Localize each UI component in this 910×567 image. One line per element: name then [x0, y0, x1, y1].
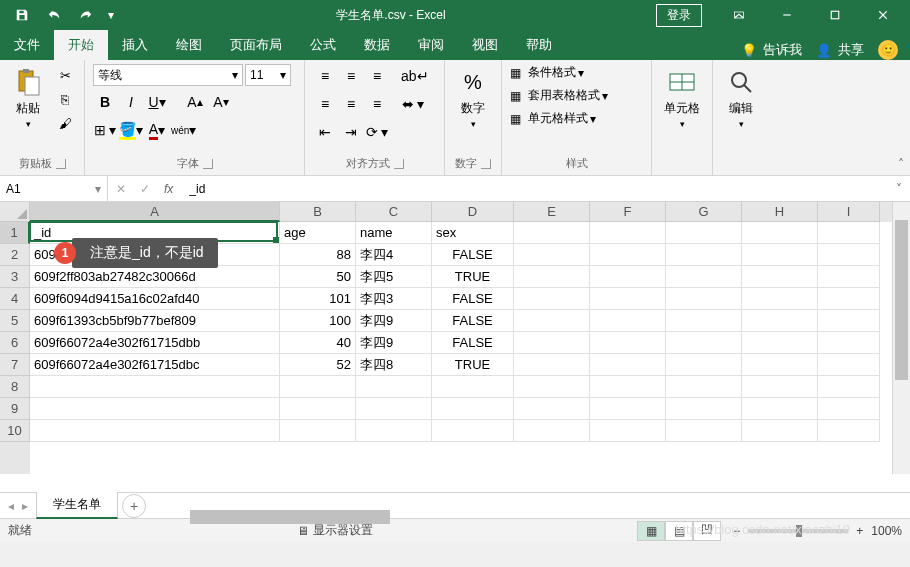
- cell[interactable]: [742, 398, 818, 420]
- align-bottom-button[interactable]: ≡: [365, 64, 389, 88]
- row-header[interactable]: 7: [0, 354, 30, 376]
- zoom-slider[interactable]: [748, 529, 848, 533]
- cell[interactable]: sex: [432, 222, 514, 244]
- format-painter-button[interactable]: 🖌: [54, 112, 76, 134]
- select-all-button[interactable]: [0, 202, 30, 222]
- row-header[interactable]: 1: [0, 222, 30, 244]
- row-header[interactable]: 8: [0, 376, 30, 398]
- cell[interactable]: [666, 376, 742, 398]
- cell[interactable]: 609f66072a4e302f61715dbc: [30, 354, 280, 376]
- cell[interactable]: [666, 266, 742, 288]
- cell[interactable]: [590, 420, 666, 442]
- cell[interactable]: [666, 354, 742, 376]
- bold-button[interactable]: B: [93, 90, 117, 114]
- close-button[interactable]: [860, 0, 906, 30]
- align-top-button[interactable]: ≡: [313, 64, 337, 88]
- column-header[interactable]: H: [742, 202, 818, 222]
- cell[interactable]: [514, 266, 590, 288]
- align-left-button[interactable]: ≡: [313, 92, 337, 116]
- font-launcher[interactable]: [203, 159, 213, 169]
- cell[interactable]: [590, 376, 666, 398]
- tab-formula[interactable]: 公式: [296, 30, 350, 60]
- cell[interactable]: [280, 376, 356, 398]
- table-format-button[interactable]: ▦ 套用表格格式 ▾: [510, 87, 608, 104]
- sheet-tab[interactable]: 学生名单: [36, 492, 118, 519]
- cell[interactable]: [514, 332, 590, 354]
- undo-button[interactable]: [40, 3, 68, 27]
- sheet-nav-next[interactable]: ▸: [22, 499, 28, 513]
- cell[interactable]: [590, 354, 666, 376]
- column-header[interactable]: B: [280, 202, 356, 222]
- cell[interactable]: [666, 310, 742, 332]
- cell[interactable]: [514, 398, 590, 420]
- tab-view[interactable]: 视图: [458, 30, 512, 60]
- cell[interactable]: 609f61393cb5bf9b77bef809: [30, 310, 280, 332]
- cell-styles-button[interactable]: ▦ 单元格样式 ▾: [510, 110, 596, 127]
- cell[interactable]: TRUE: [432, 266, 514, 288]
- cell[interactable]: [742, 376, 818, 398]
- cell[interactable]: [742, 332, 818, 354]
- tab-draw[interactable]: 绘图: [162, 30, 216, 60]
- tell-me-button[interactable]: 💡 告诉我: [741, 41, 802, 59]
- zoom-out-button[interactable]: −: [733, 524, 740, 538]
- ribbon-options-button[interactable]: [716, 0, 762, 30]
- cell[interactable]: FALSE: [432, 310, 514, 332]
- tab-file[interactable]: 文件: [0, 30, 54, 60]
- cell[interactable]: 李四3: [356, 288, 432, 310]
- clipboard-launcher[interactable]: [56, 159, 66, 169]
- cell[interactable]: [742, 222, 818, 244]
- row-header[interactable]: 6: [0, 332, 30, 354]
- cell[interactable]: 50: [280, 266, 356, 288]
- formula-input[interactable]: _id: [181, 182, 888, 196]
- tab-layout[interactable]: 页面布局: [216, 30, 296, 60]
- vertical-scrollbar[interactable]: [892, 202, 910, 474]
- tab-home[interactable]: 开始: [54, 30, 108, 60]
- cancel-formula-button[interactable]: ✕: [116, 182, 126, 196]
- paste-button[interactable]: 粘贴 ▾: [8, 64, 48, 131]
- cell[interactable]: [818, 288, 880, 310]
- font-name-select[interactable]: 等线▾: [93, 64, 243, 86]
- cell[interactable]: 李四9: [356, 310, 432, 332]
- zoom-in-button[interactable]: +: [856, 524, 863, 538]
- cell[interactable]: [514, 222, 590, 244]
- increase-indent-button[interactable]: ⇥: [339, 120, 363, 144]
- border-button[interactable]: ⊞ ▾: [93, 118, 117, 142]
- cell[interactable]: [818, 310, 880, 332]
- cell[interactable]: [818, 222, 880, 244]
- cell[interactable]: [666, 222, 742, 244]
- cell[interactable]: [514, 376, 590, 398]
- expand-formula-button[interactable]: ˅: [888, 182, 910, 196]
- minimize-button[interactable]: [764, 0, 810, 30]
- phonetic-button[interactable]: wén ▾: [171, 118, 196, 142]
- cell[interactable]: [30, 420, 280, 442]
- share-button[interactable]: 👤 共享: [816, 41, 864, 59]
- cell[interactable]: 609f6094d9415a16c02afd40: [30, 288, 280, 310]
- row-header[interactable]: 9: [0, 398, 30, 420]
- align-center-button[interactable]: ≡: [339, 92, 363, 116]
- column-header[interactable]: E: [514, 202, 590, 222]
- sheet-nav-prev[interactable]: ◂: [8, 499, 14, 513]
- cell[interactable]: 100: [280, 310, 356, 332]
- increase-font-button[interactable]: A▴: [183, 90, 207, 114]
- display-settings-button[interactable]: 显示器设置: [313, 522, 373, 539]
- row-header[interactable]: 5: [0, 310, 30, 332]
- cell[interactable]: [818, 332, 880, 354]
- underline-button[interactable]: U ▾: [145, 90, 169, 114]
- decrease-font-button[interactable]: A▾: [209, 90, 233, 114]
- cell[interactable]: [280, 398, 356, 420]
- name-box[interactable]: A1▾: [0, 176, 108, 201]
- column-header[interactable]: A: [30, 202, 280, 222]
- cell[interactable]: [742, 288, 818, 310]
- column-header[interactable]: G: [666, 202, 742, 222]
- collapse-ribbon-button[interactable]: ˄: [898, 157, 904, 171]
- cell[interactable]: 李四8: [356, 354, 432, 376]
- cell[interactable]: 609f2ff803ab27482c30066d: [30, 266, 280, 288]
- align-right-button[interactable]: ≡: [365, 92, 389, 116]
- cell[interactable]: [590, 244, 666, 266]
- cell[interactable]: [818, 398, 880, 420]
- cell[interactable]: [818, 266, 880, 288]
- view-pagebreak-button[interactable]: 凹: [693, 521, 721, 541]
- cell[interactable]: [818, 420, 880, 442]
- cell[interactable]: [666, 398, 742, 420]
- cells-button[interactable]: 单元格 ▾: [660, 64, 704, 131]
